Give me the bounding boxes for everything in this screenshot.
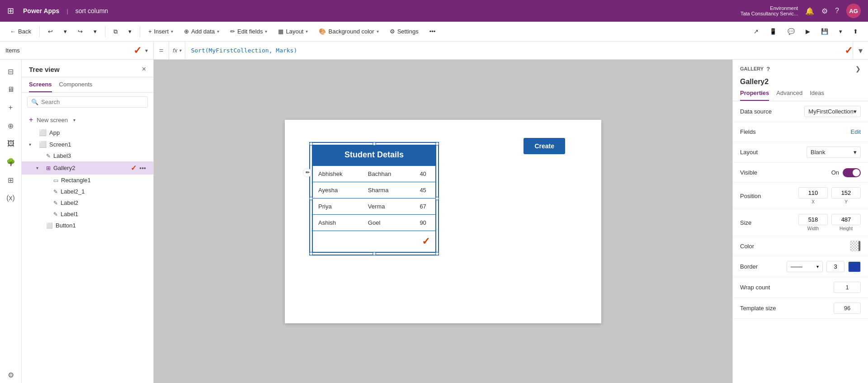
save-caret[interactable]: ▾ [835,26,847,37]
back-arrow-icon: ← [10,28,16,35]
visible-on-label: On [831,169,839,176]
property-chevron[interactable]: ▾ [145,47,148,54]
tab-properties[interactable]: Properties [740,86,769,101]
tree-item-label2-1[interactable]: ✎ Label2_1 [22,186,153,197]
wrap-count-label: Wrap count [740,284,770,291]
table-row-0[interactable]: Abhishek Bachhan 40 [312,165,436,182]
sidebar-icon-treeview[interactable]: 🌳 [3,154,19,170]
size-width-input[interactable] [798,214,828,225]
play-button[interactable]: ▶ [801,26,815,37]
publish-button[interactable]: ⬆ [849,26,863,37]
tree-item-gallery2[interactable]: ▾ ⊞ Gallery2 ✓ ••• [22,161,153,175]
tab-screens[interactable]: Screens [29,77,52,92]
undo-button[interactable]: ↩ [43,26,57,37]
insert-button[interactable]: + Insert ▾ [144,26,178,37]
item-label-label1: Label1 [61,211,146,218]
tree-header: Tree view × [22,60,153,77]
size-height-group: Height [831,214,861,231]
copy-button[interactable]: ⧉ [109,26,122,37]
gallery-edit-pencil[interactable]: ✏ [303,168,312,177]
redo-dropdown[interactable]: ▾ [89,26,101,37]
sidebar-icon-screens[interactable]: 🖥 [3,81,19,98]
layout-dropdown[interactable]: Blank ▾ [807,147,861,158]
template-size-input[interactable] [834,303,861,314]
undo-dropdown[interactable]: ▾ [59,26,71,37]
tree-item-rectangle1[interactable]: ▭ Rectangle1 [22,175,153,186]
sidebar-icon-variables[interactable]: (x) [3,190,19,206]
create-button[interactable]: Create [524,138,565,154]
more-button[interactable]: ••• [425,26,440,37]
add-data-icon: ⊕ [184,28,189,35]
add-data-button[interactable]: ⊕ Add data ▾ [179,26,224,37]
visible-toggle[interactable] [843,168,861,177]
sidebar-icon-home[interactable]: ⊟ [3,63,19,80]
share-button[interactable]: ↗ [749,26,763,37]
tree-item-label2[interactable]: ✎ Label2 [22,197,153,208]
toolbar: ← Back ↩ ▾ ↪ ▾ ⧉ ▾ + Insert ▾ ⊕ Add data… [0,22,868,42]
table-row-2[interactable]: Priya Verma 67 [312,198,436,214]
save-button[interactable]: 💾 [816,26,833,37]
comment-button[interactable]: 💬 [783,26,799,37]
button1-icon: ⬜ [46,222,53,229]
size-inputs: Width Height [798,214,861,231]
background-color-button[interactable]: 🎨 Background color ▾ [314,26,383,37]
edit-fields-button[interactable]: ✏ Edit fields ▾ [226,26,272,37]
tree-item-app[interactable]: ⬜ App [22,127,153,138]
right-panel-expand-icon[interactable]: ❯ [855,65,861,72]
redo-button[interactable]: ↪ [73,26,87,37]
border-width-input[interactable] [826,261,844,272]
tree-item-screen1[interactable]: ▾ ⬜ Screen1 [22,138,153,150]
tree-close-button[interactable]: × [142,65,146,73]
canvas-area[interactable]: Create ✏ Student Details [154,60,732,383]
table-row-1[interactable]: Ayesha Sharma 45 [312,182,436,198]
border-color-swatch[interactable] [848,261,861,272]
fields-edit-link[interactable]: Edit [851,128,861,135]
data-source-dropdown[interactable]: MyFirstCollection ▾ [804,106,861,117]
formula-equals-sign: = [154,42,169,59]
size-height-label: Height [840,226,853,231]
canvas-frame: Create ✏ Student Details [285,120,601,323]
sidebar-icon-components[interactable]: ⊞ [3,172,19,188]
gallery2-more-button[interactable]: ••• [139,165,146,172]
right-panel: GALLERY ? ❯ Gallery2 Properties Advanced… [732,60,868,383]
new-screen-button[interactable]: + New screen ▾ [22,113,153,127]
color-swatch[interactable] [850,241,861,251]
border-style-dropdown[interactable]: —— ▾ [787,261,823,272]
sidebar-icon-data[interactable]: ⊕ [3,118,19,134]
tree-item-button1[interactable]: ⬜ Button1 [22,220,153,231]
sidebar-icon-settings[interactable]: ⚙ [3,367,19,383]
sidebar-icon-media[interactable]: 🖼 [3,136,19,152]
formula-checkmark: ✓ [844,45,853,57]
search-input[interactable] [41,99,144,105]
settings-icon[interactable]: ⚙ [821,7,828,15]
sidebar-icon-insert[interactable]: + [3,99,19,116]
layout-icon: ▦ [278,28,283,35]
tree-item-label1[interactable]: ✎ Label1 [22,208,153,220]
formula-confirm-button[interactable]: ▾ [853,42,868,59]
tab-advanced[interactable]: Advanced [776,86,802,101]
help-icon[interactable]: ? [835,7,839,15]
gallery-help-icon[interactable]: ? [766,66,770,72]
tree-item-label3[interactable]: ✎ Label3 [22,150,153,161]
wrap-count-input[interactable] [834,282,861,293]
table-row-3[interactable]: Ashish Goel 90 [312,214,436,231]
waffle-icon[interactable]: ⊞ [7,6,14,16]
position-y-input[interactable] [831,187,861,199]
app-title: sort column [75,7,108,14]
toolbar-divider-1 [39,26,40,37]
avatar[interactable]: AG [846,4,861,18]
svg-rect-5 [859,241,861,251]
layout-button[interactable]: ▦ Layout ▾ [274,26,312,37]
gallery-wrapper[interactable]: ✏ Student Details Abhishek Bachhan 40 Ay… [312,145,436,253]
size-height-input[interactable] [831,214,861,225]
formula-fx-indicator: fx ▾ [169,42,185,59]
phone-button[interactable]: 📱 [765,26,781,37]
notification-icon[interactable]: 🔔 [805,7,814,15]
position-x-input[interactable] [798,187,828,199]
tab-components[interactable]: Components [59,77,93,92]
formula-input[interactable] [185,47,844,54]
copy-dropdown[interactable]: ▾ [124,26,136,37]
tab-ideas[interactable]: Ideas [810,86,824,101]
settings-button[interactable]: ⚙ Settings [385,26,423,37]
back-button[interactable]: ← Back [5,26,36,37]
